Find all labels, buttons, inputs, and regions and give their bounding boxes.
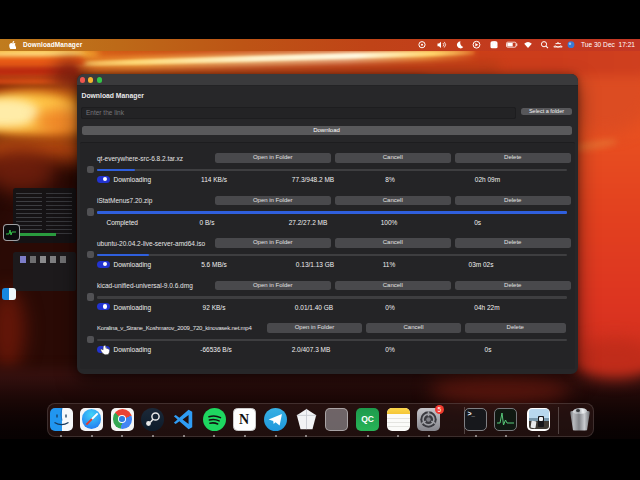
svg-text:A: A: [492, 41, 497, 48]
